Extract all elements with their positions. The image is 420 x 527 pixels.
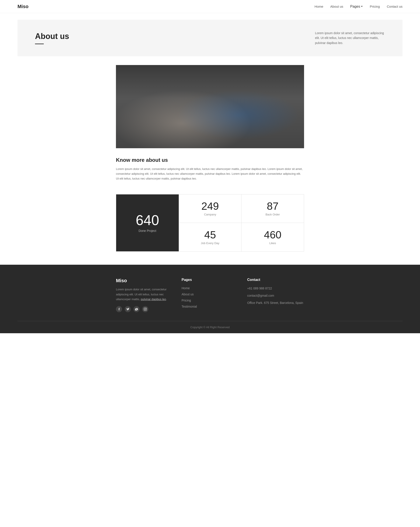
stat-number-2: 45 [204,230,216,240]
stat-label-0: Campany [204,213,216,216]
footer-page-about: About us [182,292,238,296]
footer-pages-col: Pages Home About us Pricing Testimonial [182,278,238,312]
stat-cell-3: 460 Likes [241,223,304,251]
stat-main: 640 Done Project [116,194,179,251]
title-underline [35,44,44,44]
stat-main-number: 640 [136,213,159,227]
footer-page-testimonial: Testimonial [182,305,238,308]
stat-label-2: Job Every Day [201,242,220,245]
hero-image-inner [116,65,304,148]
banner-description: Lorem ipsum dolor sit amet, consectetur … [315,31,385,45]
desk-overlay-effect [116,65,304,148]
svg-point-28 [145,308,146,310]
nav-pages[interactable]: Pages [350,5,363,9]
footer-phone: +61 089 988 8722 [247,286,304,291]
nav-pricing[interactable]: Pricing [370,5,380,8]
stat-label-1: Back Order [266,213,280,216]
footer-address: Office Park. 675 Street, Barcelona, Spai… [247,301,304,305]
stat-label-3: Likes [269,242,276,245]
page-title: About us [35,32,69,41]
stat-number-3: 460 [264,230,281,240]
stat-main-label: Done Project [139,229,157,232]
nav-home[interactable]: Home [315,5,323,8]
footer-brand-link[interactable]: pulvinar dapibus leo [141,297,166,301]
logo[interactable]: Miso [18,4,28,10]
header: Miso Home About us Pages Pricing Contact… [0,0,420,13]
stat-number-1: 87 [267,201,278,211]
footer-grid: Miso Lorem ipsum dolor sit amet, consect… [116,278,304,321]
svg-rect-27 [144,308,147,310]
nav: Home About us Pages Pricing Contact us [315,5,402,9]
youtube-icon[interactable] [133,306,140,312]
banner-left: About us [35,32,69,44]
know-more-body: Lorem ipsum dolor sit amet, consectetur … [116,167,304,181]
main-content: Know more about us Lorem ipsum dolor sit… [116,56,304,265]
footer-contact-heading: Contact [247,278,304,282]
banner-right: Lorem ipsum dolor sit amet, consectetur … [315,31,385,45]
know-more-heading: Know more about us [116,157,304,163]
footer-contact-col: Contact +61 089 988 8722 contact@gmail.c… [247,278,304,312]
stat-cell-2: 45 Job Every Day [179,223,241,251]
footer-pages-list: Home About us Pricing Testimonial [182,286,238,308]
stats-grid: 640 Done Project 249 Campany 87 Back Ord… [116,194,304,252]
footer-bottom: Copyright © All Right Reserved [18,321,402,333]
footer-pages-heading: Pages [182,278,238,282]
footer-brand-col: Miso Lorem ipsum dolor sit amet, consect… [116,278,173,312]
nav-about[interactable]: About us [330,5,343,8]
footer-social [116,306,173,312]
chevron-down-icon [361,6,363,7]
nav-contact[interactable]: Contact us [387,5,402,8]
footer-email: contact@gmail.com [247,293,304,298]
footer: Miso Lorem ipsum dolor sit amet, consect… [0,265,420,333]
footer-page-pricing: Pricing [182,298,238,302]
instagram-icon[interactable] [142,306,148,312]
page-banner: About us Lorem ipsum dolor sit amet, con… [18,20,402,56]
stat-cell-1: 87 Back Order [241,194,304,223]
facebook-icon[interactable] [116,306,122,312]
stat-number-0: 249 [201,201,219,211]
know-more-section: Know more about us Lorem ipsum dolor sit… [116,157,304,190]
twitter-icon[interactable] [125,306,131,312]
hero-image [116,65,304,148]
copyright-text: Copyright © All Right Reserved [190,326,230,329]
footer-logo: Miso [116,278,173,284]
svg-point-29 [146,308,146,308]
footer-page-home: Home [182,286,238,290]
footer-brand-desc: Lorem ipsum dolor sit amet, consectetur … [116,287,173,301]
stat-cell-0: 249 Campany [179,194,241,223]
